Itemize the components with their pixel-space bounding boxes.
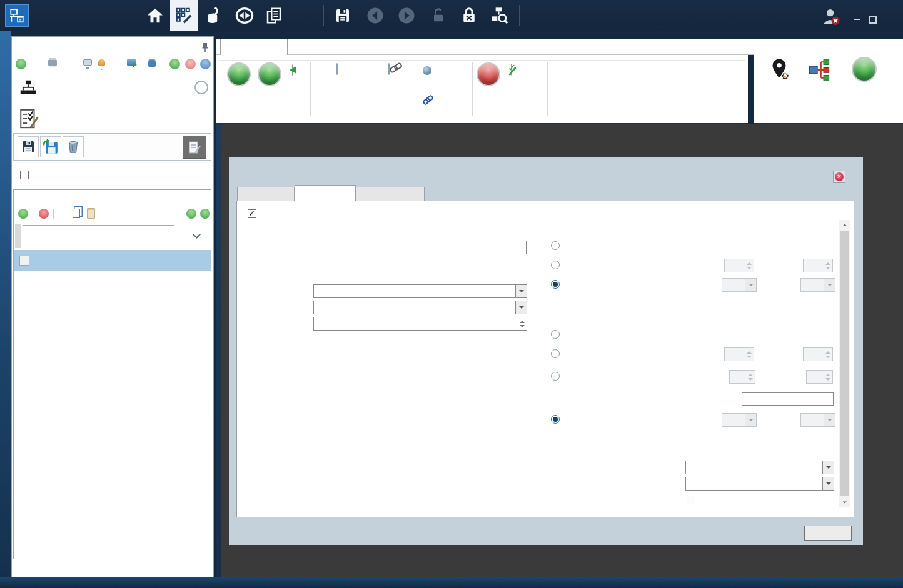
- ok-button[interactable]: [804, 526, 852, 541]
- toolbar-separator: [99, 209, 99, 219]
- documents-button[interactable]: [263, 5, 285, 26]
- step-expander-chevron-icon[interactable]: [193, 231, 201, 239]
- limit-range-radio[interactable]: [551, 261, 560, 269]
- spin-down-icon[interactable]: [520, 325, 525, 327]
- refresh-button[interactable]: [169, 59, 180, 69]
- maximize-button[interactable]: [865, 12, 879, 26]
- move-step-up-button[interactable]: [186, 209, 196, 219]
- print-button[interactable]: [48, 60, 57, 66]
- spin-up-icon[interactable]: [520, 321, 525, 323]
- validate-batch-max-select[interactable]: [800, 413, 835, 427]
- is-activity-required-row[interactable]: [248, 209, 260, 218]
- limit-batch-radio-row[interactable]: [551, 280, 564, 289]
- delete-element-button[interactable]: [475, 64, 502, 109]
- mark-as-primary-button[interactable]: ✓: [502, 64, 533, 109]
- minimize-button[interactable]: [850, 12, 864, 26]
- titlebar-separator: [519, 5, 520, 26]
- all-steps-checkbox-row[interactable]: [20, 171, 32, 179]
- limit-batch-radio[interactable]: [551, 280, 560, 289]
- validate-batch-min-select[interactable]: [722, 413, 757, 427]
- sign-icon[interactable]: [83, 59, 92, 66]
- unit-select[interactable]: [313, 301, 527, 314]
- header-input[interactable]: [315, 241, 527, 254]
- is-activity-required-checkbox[interactable]: [248, 209, 256, 218]
- limit-range-radio-row[interactable]: [551, 261, 564, 269]
- validate-value-radio[interactable]: [551, 349, 560, 358]
- new-button[interactable]: [225, 64, 253, 105]
- precision-spinner[interactable]: [313, 317, 527, 331]
- action-select[interactable]: [685, 461, 834, 474]
- validate-batch-radio-row[interactable]: [551, 415, 564, 424]
- step-drag-strip[interactable]: [15, 224, 21, 248]
- add-process-button[interactable]: [16, 59, 26, 69]
- dialog-close-button[interactable]: ×: [833, 171, 845, 183]
- no-limit-radio[interactable]: [551, 241, 560, 250]
- pin-button[interactable]: [201, 42, 209, 55]
- no-validation-radio[interactable]: [551, 330, 560, 339]
- delete-step-button[interactable]: [63, 136, 84, 157]
- vertical-scrollbar[interactable]: [839, 220, 850, 507]
- settings-button[interactable]: [293, 5, 315, 26]
- validate-value-radio-row[interactable]: [551, 349, 564, 358]
- feeder-setup-button[interactable]: [203, 5, 224, 26]
- scroll-down-button[interactable]: [839, 497, 850, 507]
- step-row[interactable]: [14, 222, 211, 250]
- database-recycle-button[interactable]: [148, 59, 156, 67]
- redo-button[interactable]: [396, 5, 417, 26]
- export-process-button[interactable]: [127, 59, 136, 66]
- remove-button[interactable]: [185, 59, 196, 69]
- save-step-button[interactable]: [18, 136, 39, 157]
- scroll-up-button[interactable]: [839, 220, 850, 230]
- process-definition-tab-active[interactable]: [170, 0, 198, 31]
- tab-document-tools[interactable]: [220, 39, 288, 56]
- save-button[interactable]: [332, 5, 353, 26]
- validate-control-limits-radio[interactable]: [551, 372, 560, 381]
- add-step-button[interactable]: [18, 209, 28, 219]
- material-setup-button[interactable]: [800, 57, 839, 119]
- from-template-button[interactable]: [253, 64, 286, 109]
- reroute-pathway-select[interactable]: [685, 477, 834, 491]
- from-library-button[interactable]: [423, 65, 435, 76]
- unit-of-measure-select[interactable]: [313, 284, 527, 298]
- entry-exit-button[interactable]: [840, 57, 889, 119]
- scroll-thumb[interactable]: [840, 231, 849, 496]
- import-step-button[interactable]: [40, 136, 61, 157]
- lock-cancel-button[interactable]: [458, 5, 480, 26]
- limit-batch-min-select[interactable]: [722, 278, 757, 292]
- limit-batch-max-select[interactable]: [800, 278, 835, 292]
- close-button[interactable]: [879, 11, 893, 27]
- paste-button[interactable]: [87, 208, 95, 219]
- no-validation-radio-row[interactable]: [551, 330, 564, 339]
- from-url-button[interactable]: [423, 94, 435, 104]
- process-exchange-button[interactable]: [234, 5, 255, 26]
- activity-row-selected[interactable]: [14, 250, 211, 271]
- tab-part-assignments[interactable]: [356, 187, 425, 201]
- validate-batch-radio[interactable]: [551, 415, 560, 424]
- collapse-circle-button[interactable]: [194, 81, 208, 94]
- link-to-document-button[interactable]: [374, 64, 418, 109]
- status-comment-input[interactable]: [742, 392, 834, 406]
- tab-instruction[interactable]: [237, 187, 295, 201]
- import-from-document-button[interactable]: [316, 64, 371, 109]
- all-steps-checkbox[interactable]: [20, 171, 29, 179]
- unlock-button[interactable]: [428, 5, 449, 26]
- process-audit-button[interactable]: [488, 5, 510, 26]
- copy-button[interactable]: [73, 209, 80, 218]
- home-button[interactable]: [144, 5, 166, 26]
- undo-button[interactable]: [365, 5, 386, 26]
- process-flow-row[interactable]: [12, 76, 214, 101]
- logout-user-button[interactable]: [820, 6, 842, 27]
- bell-icon[interactable]: [98, 59, 105, 66]
- pause-button[interactable]: [200, 59, 211, 69]
- remove-step-button[interactable]: [39, 209, 49, 219]
- validate-control-limits-radio-row[interactable]: [551, 372, 564, 381]
- tab-activity-details[interactable]: [295, 185, 356, 201]
- move-step-down-button[interactable]: [200, 209, 210, 219]
- create-symptom-row: [687, 496, 699, 504]
- step-name-input[interactable]: [23, 225, 174, 247]
- circuit-mapping-button[interactable]: ⚙: [759, 57, 799, 119]
- from-any-process-button[interactable]: [423, 79, 435, 90]
- edit-mode-toggle-button[interactable]: [183, 136, 206, 159]
- from-v7-button[interactable]: [286, 64, 311, 109]
- no-limit-radio-row[interactable]: [551, 241, 564, 250]
